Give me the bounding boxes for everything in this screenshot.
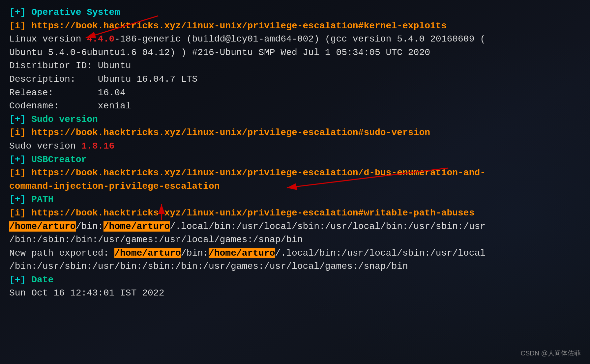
terminal-line-path-value2: /bin:/sbin:/bin:/usr/games:/usr/local/ga… [9,233,579,247]
terminal-line-operative-section: [+] Operative System [9,6,579,19]
terminal-line-date-section: [+] Date [9,273,579,287]
terminal-line-codename: Codename: xenial [9,99,579,113]
watermark: CSDN @人间体佐菲 [520,349,581,358]
terminal-line-kernel-link: [i] https://book.hacktricks.xyz/linux-un… [9,19,579,33]
terminal-line-date-value: Sun Oct 16 12:43:01 IST 2022 [9,287,579,300]
terminal-line-ubuntu-version: Ubuntu 5.4.0-6ubuntu1.6 04.12) ) #216-Ub… [9,46,579,60]
terminal-line-usb-link2: command-injection-privilege-escalation [9,180,579,193]
terminal-line-path-link: [i] https://book.hacktricks.xyz/linux-un… [9,207,579,220]
terminal-line-usb-link1: [i] https://book.hacktricks.xyz/linux-un… [9,166,579,180]
terminal-line-new-path: New path exported: /home/arturo/bin:/hom… [9,247,579,260]
terminal-output: [+] Operative System[i] https://book.hac… [0,0,590,364]
terminal-line-sudo-link: [i] https://book.hacktricks.xyz/linux-un… [9,126,579,140]
terminal-line-new-path2: /bin:/usr/sbin:/usr/bin:/sbin:/bin:/usr/… [9,260,579,273]
terminal-line-path-value1: /home/arturo/bin:/home/arturo/.local/bin… [9,220,579,234]
terminal-line-sudo-version-line: Sudo version 1.8.16 [9,140,579,153]
terminal-line-usb-section: [+] USBCreator [9,153,579,167]
terminal-line-release: Release: 16.04 [9,86,579,100]
terminal-line-sudo-section: [+] Sudo version [9,113,579,126]
terminal-line-linux-version: Linux version 4.4.0-186-generic (buildd@… [9,33,579,46]
terminal-line-distributor: Distributor ID: Ubuntu [9,59,579,73]
terminal-line-description: Description: Ubuntu 16.04.7 LTS [9,73,579,86]
terminal-line-path-section: [+] PATH [9,193,579,207]
